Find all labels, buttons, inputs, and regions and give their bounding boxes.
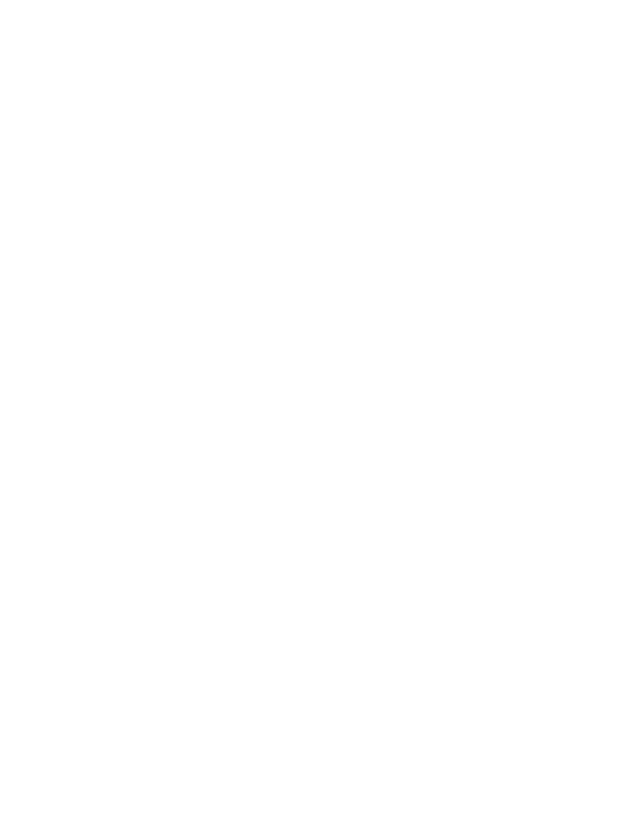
document-page	[0, 0, 644, 834]
spacer	[97, 93, 547, 134]
spacer	[97, 155, 547, 175]
